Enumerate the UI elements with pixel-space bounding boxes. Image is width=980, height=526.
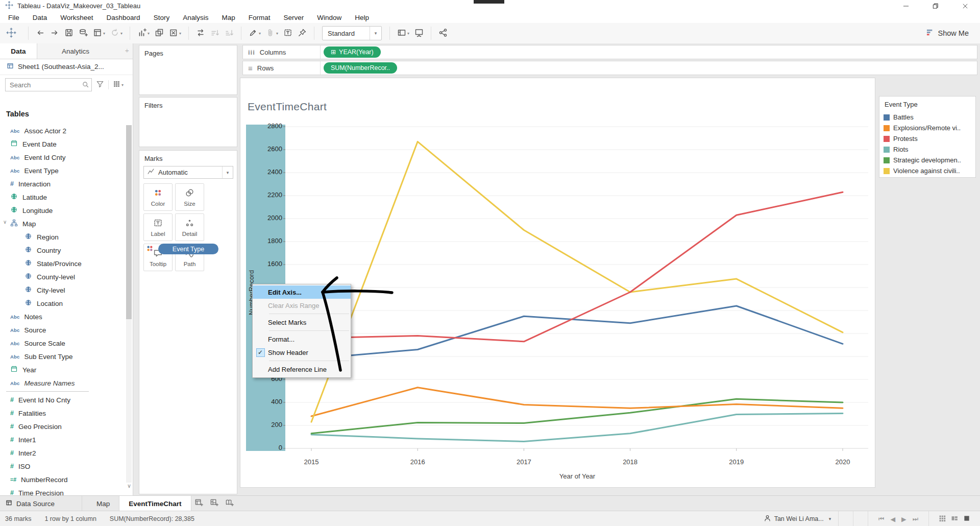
event-type-pill[interactable]: Event Type <box>158 244 218 254</box>
new-dashboard-button[interactable] <box>207 496 222 511</box>
mark-type-dropdown[interactable]: Automatic ▾ <box>143 166 233 179</box>
marks-detail-button[interactable]: Detail <box>175 213 204 241</box>
new-worksheet-button[interactable] <box>191 496 207 511</box>
menu-worksheet[interactable]: Worksheet <box>54 14 100 21</box>
search-input[interactable] <box>9 81 82 89</box>
sort-ascending-button[interactable] <box>210 28 219 39</box>
field-region[interactable]: Region <box>0 230 125 244</box>
new-story-button[interactable] <box>222 496 237 511</box>
sheet-tab-map[interactable]: Map <box>87 496 119 511</box>
menu-window[interactable]: Window <box>310 14 348 21</box>
columns-pill[interactable]: ⊞ YEAR(Year) <box>324 46 381 58</box>
undo-button[interactable] <box>36 28 45 39</box>
field-state-province[interactable]: State/Province <box>0 257 125 270</box>
filmstrip-view-icon[interactable] <box>951 515 958 523</box>
field-source[interactable]: AbcSource <box>0 323 125 337</box>
field-iso[interactable]: #ISO <box>0 460 125 473</box>
redo-button[interactable] <box>50 28 59 39</box>
show-hide-cards-button[interactable]: ▾ <box>397 28 409 39</box>
first-sheet-icon[interactable]: ⏮ <box>878 515 884 523</box>
field-inter2[interactable]: #Inter2 <box>0 446 125 460</box>
field-interaction[interactable]: #Interaction <box>0 177 125 190</box>
menu-server[interactable]: Server <box>277 14 310 21</box>
share-button[interactable] <box>438 28 448 39</box>
field-geo-precision[interactable]: #Geo Precision <box>0 420 125 433</box>
marks-label-button[interactable]: Label <box>143 213 173 241</box>
close-button[interactable] <box>950 0 980 12</box>
pane-toggle-icon[interactable]: ÷ <box>125 47 129 55</box>
field-county-level[interactable]: County-level <box>0 270 125 283</box>
user-menu[interactable]: Tan Wei Li Ama... ▾ <box>764 514 831 523</box>
field-numberrecord[interactable]: =#NumberRecord <box>0 473 125 486</box>
field-inter1[interactable]: #Inter1 <box>0 433 125 446</box>
field-assoc-actor-2[interactable]: AbcAssoc Actor 2 <box>0 124 125 137</box>
new-worksheet-button[interactable]: ▾ <box>93 28 105 39</box>
field-year[interactable]: Year <box>0 363 125 376</box>
tab-analytics[interactable]: Analytics <box>37 43 114 59</box>
columns-shelf[interactable]: iii Columns ⊞ YEAR(Year) <box>242 45 977 59</box>
next-sheet-icon[interactable]: ▶ <box>901 515 906 523</box>
menu-data[interactable]: Data <box>26 14 54 21</box>
field-event-id-no-cnty[interactable]: #Event Id No Cnty <box>0 393 125 407</box>
field-location[interactable]: Location <box>0 297 125 310</box>
new-data-source-button[interactable] <box>79 28 88 39</box>
save-button[interactable] <box>64 28 74 39</box>
legend-item-battles[interactable]: Battles <box>879 112 975 123</box>
legend-item-riots[interactable]: Riots <box>879 144 975 155</box>
filters-card[interactable]: Filters <box>139 97 237 147</box>
legend-item-violence-against-civili[interactable]: Violence against civili.. <box>879 165 975 176</box>
marks-color-button[interactable]: Color <box>143 183 173 211</box>
rows-pill[interactable]: SUM(NumberRecor.. <box>324 62 397 74</box>
fix-axes-button[interactable] <box>298 28 307 39</box>
field-measure-names[interactable]: AbcMeasure Names <box>0 376 125 390</box>
refresh-data-button[interactable]: ▾ <box>110 28 122 39</box>
menu-story[interactable]: Story <box>147 14 177 21</box>
minimize-button[interactable] <box>891 0 921 12</box>
field-longitude[interactable]: Longitude <box>0 204 125 217</box>
field-country[interactable]: Country <box>0 244 125 257</box>
sheet-sorter-icon[interactable] <box>939 515 946 523</box>
group-members-button[interactable]: ▾ <box>266 28 278 39</box>
sheet-tab-eventtimechart[interactable]: EventTimeChart <box>119 496 191 511</box>
show-me-button[interactable]: Show Me <box>926 23 969 43</box>
field-event-id-cnty[interactable]: AbcEvent Id Cnty <box>0 151 125 164</box>
swap-rows-and-columns-button[interactable] <box>196 28 205 39</box>
marks-size-button[interactable]: Size <box>175 183 204 211</box>
field-latitude[interactable]: Latitude <box>0 190 125 204</box>
filter-icon[interactable] <box>96 80 104 90</box>
field-source-scale[interactable]: AbcSource Scale <box>0 337 125 350</box>
previous-sheet-icon[interactable]: ◀ <box>890 515 895 523</box>
last-sheet-icon[interactable]: ⏭ <box>913 515 918 523</box>
scrollbar-thumb[interactable] <box>126 125 132 319</box>
field-map[interactable]: ∨Map <box>0 217 125 230</box>
field-sub-event-type[interactable]: AbcSub Event Type <box>0 350 125 363</box>
field-time-precision[interactable]: #Time Precision <box>0 486 125 495</box>
presentation-mode-button[interactable] <box>414 28 424 39</box>
menu-analysis[interactable]: Analysis <box>176 14 215 21</box>
field-event-date[interactable]: Event Date <box>0 137 125 151</box>
pages-card[interactable]: Pages <box>139 45 237 95</box>
clear-sheet-button[interactable]: ▾ <box>169 28 181 39</box>
maximize-button[interactable] <box>921 0 950 12</box>
menu-map[interactable]: Map <box>215 14 241 21</box>
sort-descending-button[interactable] <box>225 28 234 39</box>
menu-file[interactable]: File <box>2 14 26 21</box>
field-fatalities[interactable]: #Fatalities <box>0 407 125 420</box>
expand-icon[interactable]: ∨ <box>3 219 7 225</box>
tab-data-source[interactable]: Data Source <box>0 496 82 511</box>
legend-item-strategic-developmen[interactable]: Strategic developmen.. <box>879 155 975 165</box>
duplicate-sheet-button[interactable] <box>155 28 164 39</box>
fit-selector[interactable]: Standard▾ <box>322 26 382 40</box>
menu-dashboard[interactable]: Dashboard <box>100 14 147 21</box>
rows-shelf[interactable]: ≡ Rows SUM(NumberRecor.. <box>242 61 977 75</box>
highlight-button[interactable]: ▾ <box>249 28 261 39</box>
field-city-level[interactable]: City-level <box>0 283 125 297</box>
new-chart-button[interactable]: ▾ <box>137 28 150 39</box>
legend-item-protests[interactable]: Protests <box>879 133 975 144</box>
field-event-type[interactable]: AbcEvent Type <box>0 164 125 177</box>
data-source-item[interactable]: Sheet1 (Southeast-Asia_2... <box>0 59 133 75</box>
tab-data[interactable]: Data <box>0 43 37 59</box>
view-options-button[interactable]: ▾ <box>108 80 124 89</box>
tableau-start-icon[interactable] <box>6 28 16 39</box>
legend-item-explosions-remote-vi[interactable]: Explosions/Remote vi.. <box>879 123 975 133</box>
